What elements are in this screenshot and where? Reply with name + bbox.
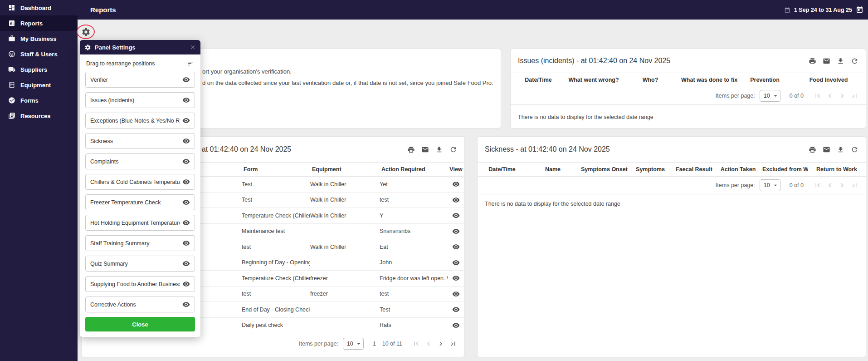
sickness-pagination: Items per page: 10 0 of 0 <box>478 177 866 194</box>
close-button[interactable]: Close <box>85 317 195 331</box>
sidebar-item-staff-users[interactable]: Staff & Users <box>0 46 78 62</box>
panel-settings-item-label: Chillers & Cold Cabinets Temperature Che… <box>90 179 180 185</box>
sidebar-item-equipment[interactable]: Equipment <box>0 77 78 93</box>
cell-equipment: Walk in Chiller <box>310 244 380 250</box>
panel-settings-item-label: Exceptions (Blue Notes & Yes/No Reasons) <box>90 118 180 124</box>
calendar-icon[interactable] <box>856 6 863 14</box>
page-range-label: 0 of 0 <box>790 182 804 188</box>
panel-settings-item-label: Staff Training Summary <box>90 240 180 247</box>
dashboard-grid-icon <box>8 4 15 11</box>
issues-panel: Issues (incidents) - at 01:42:40 on 24 N… <box>510 49 866 129</box>
cell-form: Beginning of Day - Opening Chec <box>242 259 310 266</box>
download-icon[interactable] <box>435 146 443 153</box>
refresh-icon[interactable] <box>851 57 858 65</box>
sidebar-item-reports[interactable]: Reports <box>0 15 78 31</box>
panel-settings-item-issues[interactable]: Issues (incidents) <box>85 92 195 108</box>
email-icon[interactable] <box>823 57 830 65</box>
panel-settings-item-exceptions[interactable]: Exceptions (Blue Notes & Yes/No Reasons) <box>85 113 195 129</box>
prev-page-icon[interactable] <box>826 92 834 100</box>
close-icon[interactable] <box>190 44 196 50</box>
view-eye-icon[interactable] <box>452 259 460 267</box>
refresh-icon[interactable] <box>449 146 457 153</box>
view-eye-icon[interactable] <box>452 274 460 282</box>
prev-page-icon[interactable] <box>424 340 433 348</box>
visibility-eye-icon[interactable] <box>182 96 190 104</box>
print-icon[interactable] <box>809 146 816 153</box>
panel-settings-item-staff-training[interactable]: Staff Training Summary <box>85 235 195 251</box>
panel-settings-item-chillers[interactable]: Chillers & Cold Cabinets Temperature Che… <box>85 174 195 190</box>
page-range-label: 1 – 10 of 11 <box>373 341 402 347</box>
panel-settings-item-label: Complaints <box>90 158 180 165</box>
topbar: Reports 1 Sep 24 to 31 Aug 25 <box>78 0 868 20</box>
first-page-icon[interactable] <box>814 181 822 189</box>
last-page-icon[interactable] <box>449 340 457 348</box>
panel-settings-item-supplying-food[interactable]: Supplying Food to Another Business <box>85 276 195 292</box>
view-eye-icon[interactable] <box>452 243 460 251</box>
download-icon[interactable] <box>837 146 844 153</box>
first-page-icon[interactable] <box>412 340 420 348</box>
visibility-eye-icon[interactable] <box>182 76 190 84</box>
visibility-eye-icon[interactable] <box>182 301 190 308</box>
refresh-icon[interactable] <box>851 146 858 153</box>
panel-settings-item-verifier[interactable]: Verifier <box>85 72 195 88</box>
panel-settings-gear-button[interactable] <box>80 26 92 38</box>
visibility-eye-icon[interactable] <box>182 117 190 124</box>
items-per-page-select[interactable]: 10 <box>760 179 780 191</box>
visibility-eye-icon[interactable] <box>182 198 190 206</box>
last-page-icon[interactable] <box>850 181 858 189</box>
visibility-eye-icon[interactable] <box>182 260 190 267</box>
prev-page-icon[interactable] <box>826 181 834 189</box>
last-page-icon[interactable] <box>850 92 858 100</box>
visibility-eye-icon[interactable] <box>182 239 190 247</box>
email-icon[interactable] <box>421 146 429 153</box>
view-eye-icon[interactable] <box>452 227 460 235</box>
next-page-icon[interactable] <box>838 181 846 189</box>
panel-settings-item-label: Hot Holding Equipment Temperature Check <box>90 220 180 226</box>
cell-equipment: Walk in Chiller <box>310 181 380 188</box>
panel-settings-item-hot-holding[interactable]: Hot Holding Equipment Temperature Check <box>85 215 195 231</box>
sidebar-item-my-business[interactable]: My Business <box>0 31 78 46</box>
items-per-page-select[interactable]: 10 <box>343 338 364 350</box>
next-page-icon[interactable] <box>437 340 445 348</box>
view-eye-icon[interactable] <box>452 306 460 313</box>
visibility-eye-icon[interactable] <box>182 137 190 145</box>
view-eye-icon[interactable] <box>452 212 460 219</box>
empty-message: There is no data to display for the sele… <box>478 201 866 207</box>
view-eye-icon[interactable] <box>452 196 460 204</box>
view-eye-icon[interactable] <box>452 290 460 298</box>
visibility-eye-icon[interactable] <box>182 178 190 186</box>
sidebar-item-dashboard[interactable]: Dashboard <box>0 0 78 15</box>
sickness-table-header: Date/Time Name Symptoms Onset Symptoms F… <box>478 162 866 177</box>
panel-settings-title: Panel Settings <box>95 44 136 51</box>
panel-settings-item-label: Issues (incidents) <box>90 97 180 104</box>
sidebar-item-label: Reports <box>20 20 43 27</box>
items-per-page-label: Items per page: <box>299 341 338 347</box>
view-eye-icon[interactable] <box>452 180 460 188</box>
next-page-icon[interactable] <box>838 92 846 100</box>
sidebar-item-forms[interactable]: Forms <box>0 93 78 108</box>
panel-settings-item-quiz[interactable]: Quiz Summary <box>85 256 195 272</box>
view-eye-icon[interactable] <box>452 321 460 329</box>
sidebar-item-resources[interactable]: Resources <box>0 108 78 124</box>
print-icon[interactable] <box>809 57 816 65</box>
content-area: ort your organisation's verification. d … <box>78 20 868 361</box>
panel-settings-item-freezer[interactable]: Freezer Temperature Check <box>85 194 195 210</box>
panel-settings-item-label: Corrective Actions <box>90 302 180 308</box>
cell-form: test <box>242 291 310 297</box>
panel-settings-item-sickness[interactable]: Sickness <box>85 133 195 149</box>
date-range-picker[interactable]: 1 Sep 24 to 31 Aug 25 <box>784 6 863 14</box>
visibility-eye-icon[interactable] <box>182 280 190 288</box>
print-icon[interactable] <box>407 146 415 153</box>
items-per-page-select[interactable]: 10 <box>760 90 780 102</box>
panel-settings-item-corrective-actions[interactable]: Corrective Actions <box>85 297 195 312</box>
email-icon[interactable] <box>823 146 830 153</box>
visibility-eye-icon[interactable] <box>182 158 190 165</box>
corrective-panel-title: - at 01:42:40 on 24 Nov 2025 <box>197 145 291 153</box>
visibility-eye-icon[interactable] <box>182 219 190 227</box>
panel-settings-item-complaints[interactable]: Complaints <box>85 153 195 169</box>
panel-settings-item-label: Supplying Food to Another Business <box>90 281 180 287</box>
download-icon[interactable] <box>837 57 844 65</box>
first-page-icon[interactable] <box>814 92 822 100</box>
issues-table-header: Date/Time What went wrong? Who? What was… <box>511 73 866 87</box>
sidebar-item-suppliers[interactable]: Suppliers <box>0 62 78 77</box>
